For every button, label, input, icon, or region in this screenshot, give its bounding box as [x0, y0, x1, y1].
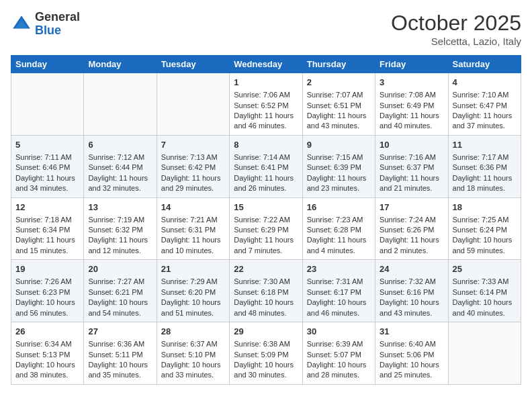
day-info: Daylight: 11 hours and 2 minutes.	[380, 235, 443, 256]
day-number: 13	[88, 201, 152, 214]
day-number: 14	[161, 201, 225, 214]
day-info: Sunrise: 7:29 AM	[161, 277, 225, 287]
day-info: Sunrise: 7:14 AM	[234, 152, 298, 163]
calendar-cell: 8Sunrise: 7:14 AMSunset: 6:41 PMDaylight…	[230, 135, 302, 197]
month-title: October 2025	[391, 11, 521, 36]
day-info: Sunset: 6:39 PM	[307, 163, 371, 173]
calendar-week-row: 1Sunrise: 7:06 AMSunset: 6:52 PMDaylight…	[11, 73, 521, 136]
day-info: Sunrise: 7:06 AM	[234, 90, 298, 100]
weekday-header-row: SundayMondayTuesdayWednesdayThursdayFrid…	[11, 56, 521, 73]
day-info: Daylight: 11 hours and 26 minutes.	[234, 173, 298, 194]
calendar-cell: 17Sunrise: 7:24 AMSunset: 6:26 PMDayligh…	[375, 197, 448, 260]
calendar-cell: 5Sunrise: 7:11 AMSunset: 6:46 PMDaylight…	[11, 135, 84, 197]
day-number: 21	[161, 263, 225, 275]
day-info: Daylight: 10 hours and 28 minutes.	[307, 360, 371, 381]
day-number: 7	[161, 139, 225, 151]
day-info: Sunset: 6:31 PM	[161, 225, 225, 235]
calendar-cell	[11, 73, 84, 136]
day-info: Sunset: 6:20 PM	[161, 287, 225, 298]
day-info: Daylight: 10 hours and 56 minutes.	[15, 298, 79, 318]
day-info: Daylight: 10 hours and 48 minutes.	[234, 298, 298, 318]
day-info: Daylight: 11 hours and 29 minutes.	[161, 173, 225, 194]
logo-general-text: General	[35, 10, 80, 24]
day-info: Sunset: 5:11 PM	[88, 350, 152, 360]
day-info: Sunrise: 7:32 AM	[380, 277, 443, 287]
calendar-cell: 14Sunrise: 7:21 AMSunset: 6:31 PMDayligh…	[157, 197, 229, 260]
day-info: Sunset: 6:41 PM	[234, 163, 298, 173]
day-info: Sunrise: 7:19 AM	[88, 215, 152, 225]
day-info: Daylight: 10 hours and 51 minutes.	[161, 298, 225, 318]
day-number: 19	[15, 263, 79, 275]
day-number: 26	[15, 326, 79, 338]
calendar-week-row: 19Sunrise: 7:26 AMSunset: 6:23 PMDayligh…	[11, 260, 521, 322]
day-info: Sunset: 6:16 PM	[380, 287, 443, 298]
calendar-cell: 6Sunrise: 7:12 AMSunset: 6:44 PMDaylight…	[84, 135, 157, 197]
calendar-cell: 9Sunrise: 7:15 AMSunset: 6:39 PMDaylight…	[302, 135, 375, 197]
calendar-cell: 3Sunrise: 7:08 AMSunset: 6:49 PMDaylight…	[375, 73, 448, 136]
day-info: Daylight: 11 hours and 37 minutes.	[453, 111, 517, 132]
logo-icon	[11, 13, 32, 35]
logo-blue-text: Blue	[35, 24, 61, 37]
weekday-header: Thursday	[302, 56, 375, 73]
weekday-header: Sunday	[11, 56, 84, 73]
calendar-cell: 19Sunrise: 7:26 AMSunset: 6:23 PMDayligh…	[11, 260, 84, 322]
calendar-cell: 28Sunrise: 6:37 AMSunset: 5:10 PMDayligh…	[157, 322, 229, 385]
calendar-cell	[157, 73, 229, 136]
day-info: Daylight: 11 hours and 7 minutes.	[234, 235, 298, 256]
day-info: Sunrise: 7:24 AM	[380, 215, 443, 225]
day-info: Sunrise: 7:30 AM	[234, 277, 298, 287]
day-info: Sunrise: 7:13 AM	[161, 152, 225, 163]
day-number: 24	[380, 263, 443, 275]
day-info: Daylight: 10 hours and 43 minutes.	[380, 298, 443, 318]
logo: General Blue	[11, 11, 80, 38]
day-info: Sunset: 6:47 PM	[453, 101, 517, 111]
day-info: Sunset: 6:44 PM	[88, 163, 152, 173]
calendar-cell: 24Sunrise: 7:32 AMSunset: 6:16 PMDayligh…	[375, 260, 448, 322]
day-info: Sunrise: 6:39 AM	[307, 339, 371, 349]
day-info: Daylight: 11 hours and 40 minutes.	[380, 111, 443, 132]
calendar-week-row: 5Sunrise: 7:11 AMSunset: 6:46 PMDaylight…	[11, 135, 521, 197]
day-info: Sunrise: 7:16 AM	[380, 152, 443, 163]
calendar-cell	[448, 322, 521, 385]
calendar-cell: 10Sunrise: 7:16 AMSunset: 6:37 PMDayligh…	[375, 135, 448, 197]
calendar-cell: 11Sunrise: 7:17 AMSunset: 6:36 PMDayligh…	[448, 135, 521, 197]
calendar-cell: 22Sunrise: 7:30 AMSunset: 6:18 PMDayligh…	[230, 260, 302, 322]
day-info: Daylight: 10 hours and 35 minutes.	[88, 360, 152, 381]
day-number: 18	[453, 201, 517, 214]
weekday-header: Friday	[375, 56, 448, 73]
day-info: Sunrise: 6:40 AM	[380, 339, 443, 349]
day-number: 2	[307, 77, 371, 89]
day-info: Sunset: 6:14 PM	[453, 287, 517, 298]
day-info: Daylight: 10 hours and 33 minutes.	[161, 360, 225, 381]
day-number: 27	[88, 326, 152, 338]
calendar-table: SundayMondayTuesdayWednesdayThursdayFrid…	[11, 55, 521, 385]
day-info: Sunset: 5:09 PM	[234, 350, 298, 360]
day-info: Sunset: 6:21 PM	[88, 287, 152, 298]
calendar-cell: 16Sunrise: 7:23 AMSunset: 6:28 PMDayligh…	[302, 197, 375, 260]
day-number: 16	[307, 201, 371, 214]
calendar-cell: 23Sunrise: 7:31 AMSunset: 6:17 PMDayligh…	[302, 260, 375, 322]
day-number: 31	[380, 326, 443, 338]
day-info: Sunset: 6:46 PM	[15, 163, 79, 173]
weekday-header: Monday	[84, 56, 157, 73]
calendar-cell: 18Sunrise: 7:25 AMSunset: 6:24 PMDayligh…	[448, 197, 521, 260]
day-number: 11	[453, 139, 517, 151]
day-info: Sunrise: 7:08 AM	[380, 90, 443, 100]
day-info: Daylight: 10 hours and 40 minutes.	[453, 298, 517, 318]
day-number: 8	[234, 139, 298, 151]
calendar-cell: 1Sunrise: 7:06 AMSunset: 6:52 PMDaylight…	[230, 73, 302, 136]
title-block: October 2025 Selcetta, Lazio, Italy	[391, 11, 521, 47]
day-number: 6	[88, 139, 152, 151]
day-info: Sunset: 6:28 PM	[307, 225, 371, 235]
day-info: Daylight: 11 hours and 4 minutes.	[307, 235, 371, 256]
day-number: 23	[307, 263, 371, 275]
day-info: Daylight: 11 hours and 34 minutes.	[15, 173, 79, 194]
calendar-cell: 21Sunrise: 7:29 AMSunset: 6:20 PMDayligh…	[157, 260, 229, 322]
day-number: 17	[380, 201, 443, 214]
weekday-header: Wednesday	[230, 56, 302, 73]
calendar-cell: 2Sunrise: 7:07 AMSunset: 6:51 PMDaylight…	[302, 73, 375, 136]
day-info: Daylight: 10 hours and 30 minutes.	[234, 360, 298, 381]
day-info: Daylight: 11 hours and 46 minutes.	[234, 111, 298, 132]
day-info: Daylight: 11 hours and 15 minutes.	[15, 235, 79, 256]
calendar-week-row: 26Sunrise: 6:34 AMSunset: 5:13 PMDayligh…	[11, 322, 521, 385]
